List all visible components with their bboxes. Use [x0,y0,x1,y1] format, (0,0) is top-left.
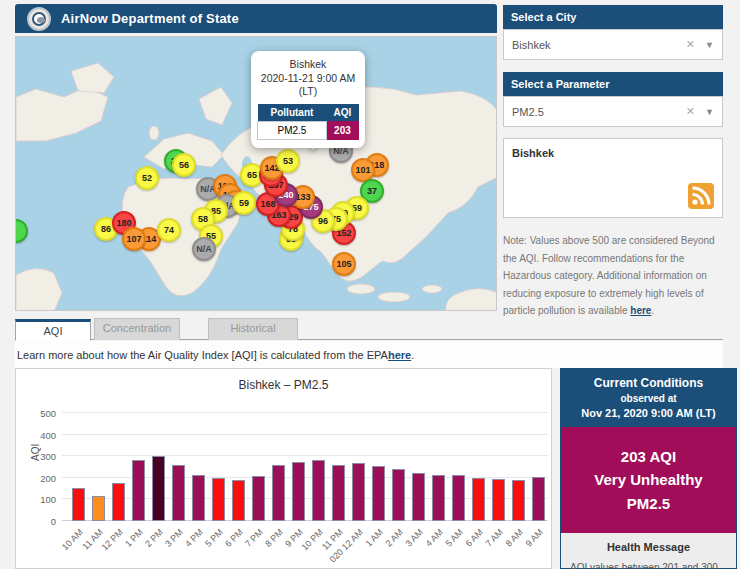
city-select-header: Select a City [503,5,723,29]
tab-historical[interactable]: Historical [208,318,298,340]
chart-bar[interactable] [332,465,345,521]
chart-bar[interactable] [352,463,365,521]
aqi-chart-panel: Bishkek – PM2.5 AQI 0100200300400500 10 … [15,368,552,569]
feed-city-title: Bishkek [512,147,714,159]
map[interactable]: 275652N/A1131136581N/A59855855N/A8618011… [15,36,497,311]
popup-datetime: 2020-11-21 9:00 AM [257,72,359,86]
current-conditions-title: Current Conditions [565,376,732,390]
chart-bar[interactable] [532,477,545,521]
chart-bar[interactable] [452,475,465,521]
note-here-link[interactable]: here [630,305,651,316]
chart-bar[interactable] [232,480,245,521]
y-axis-tick: 100 [26,494,56,505]
aqi-note: Note: Values above 500 are considered Be… [503,232,723,320]
parameter-select-header: Select a Parameter [503,72,723,96]
y-axis-tick: 200 [26,473,56,484]
chart-bar[interactable] [192,475,205,521]
tab-aqi[interactable]: AQI [15,319,91,341]
epa-info-line: Learn more about how the Air Quality Ind… [15,341,723,368]
chart-bar[interactable] [152,456,165,521]
aqi-map-marker[interactable]: 56 [172,153,196,177]
state-department-seal-icon [27,7,51,31]
current-aqi-category: Very Unhealthy [565,468,732,491]
y-axis-tick: 500 [26,408,56,419]
current-aqi-block: 203 AQI Very Unhealthy PM2.5 [561,427,736,533]
chart-bar[interactable] [372,466,385,521]
app-title: AirNow Department of State [61,11,239,26]
y-axis-tick: 0 [26,516,56,527]
health-message-text: AQI values between 201 and 300 trigger a… [570,559,727,569]
chart-bar[interactable] [392,469,405,521]
health-message-block: Health Message AQI values between 201 an… [561,533,736,569]
app-header: AirNow Department of State [15,4,497,33]
chart-bar[interactable] [432,475,445,521]
chart-bar[interactable] [252,476,265,521]
tab-concentration[interactable]: Concentration [94,318,180,340]
current-conditions-panel: Current Conditions observed at Nov 21, 2… [560,368,737,569]
chart-bar[interactable] [112,483,125,521]
clear-city-icon[interactable]: ✕ [686,38,695,51]
popup-city: Bishkek [257,58,359,72]
chart-bar[interactable] [272,465,285,521]
epa-here-link[interactable]: here [388,349,411,361]
popup-aqi-value: 203 [326,121,358,139]
chart-bar[interactable] [132,460,145,521]
current-aqi-pollutant: PM2.5 [565,492,732,515]
feed-box: Bishkek [503,138,723,218]
y-axis-tick: 300 [26,451,56,462]
popup-col-aqi: AQI [326,104,358,122]
city-select[interactable]: Bishkek ✕ ▼ [503,29,723,60]
aqi-map-marker[interactable]: 52 [135,166,159,190]
chevron-down-icon[interactable]: ▼ [705,40,714,50]
aqi-map-marker[interactable]: 59 [232,191,256,215]
city-select-value: Bishkek [512,39,686,51]
chart-bar[interactable] [512,480,525,521]
chart-title: Bishkek – PM2.5 [16,378,551,392]
right-sidebar: Select a City Bishkek ✕ ▼ Select a Param… [503,5,723,320]
aqi-map-marker[interactable]: 74 [157,218,181,242]
chart-bar[interactable] [412,473,425,521]
parameter-select-value: PM2.5 [512,106,686,118]
rss-icon[interactable] [688,183,714,209]
chart-bar[interactable] [92,496,105,521]
chevron-down-icon[interactable]: ▼ [705,107,714,117]
aqi-map-marker[interactable]: 105 [332,252,356,276]
popup-timezone: (LT) [257,85,359,99]
observed-datetime: Nov 21, 2020 9:00 AM (LT) [565,407,732,419]
aqi-map-marker[interactable]: 53 [276,149,300,173]
tabs-bar: AQIConcentrationHistorical [15,318,723,340]
chart-plot-area [62,413,548,521]
observed-at-label: observed at [565,393,732,404]
current-conditions-header: Current Conditions observed at Nov 21, 2… [561,369,736,427]
chart-bar[interactable] [292,462,305,521]
y-axis-tick: 400 [26,430,56,441]
chart-bar[interactable] [172,465,185,521]
chart-bar[interactable] [312,460,325,521]
chart-bar[interactable] [212,478,225,521]
popup-col-pollutant: Pollutant [258,104,327,122]
chart-bar[interactable] [472,478,485,521]
map-popup: Bishkek 2020-11-21 9:00 AM (LT) Pollutan… [251,51,365,148]
chart-bar[interactable] [72,488,85,521]
popup-table: Pollutant AQI PM2.5 203 [257,104,359,140]
clear-parameter-icon[interactable]: ✕ [686,105,695,118]
health-message-title: Health Message [570,541,727,553]
airnow-page: AirNow Department of State 275652N/A1131… [0,0,740,569]
popup-pollutant-value: PM2.5 [258,121,327,139]
parameter-select[interactable]: PM2.5 ✕ ▼ [503,96,723,127]
chart-bar[interactable] [492,479,505,521]
aqi-map-marker[interactable]: N/A [192,237,216,261]
aqi-map-marker[interactable]: 107 [122,227,146,251]
current-aqi-value: 203 AQI [565,445,732,468]
